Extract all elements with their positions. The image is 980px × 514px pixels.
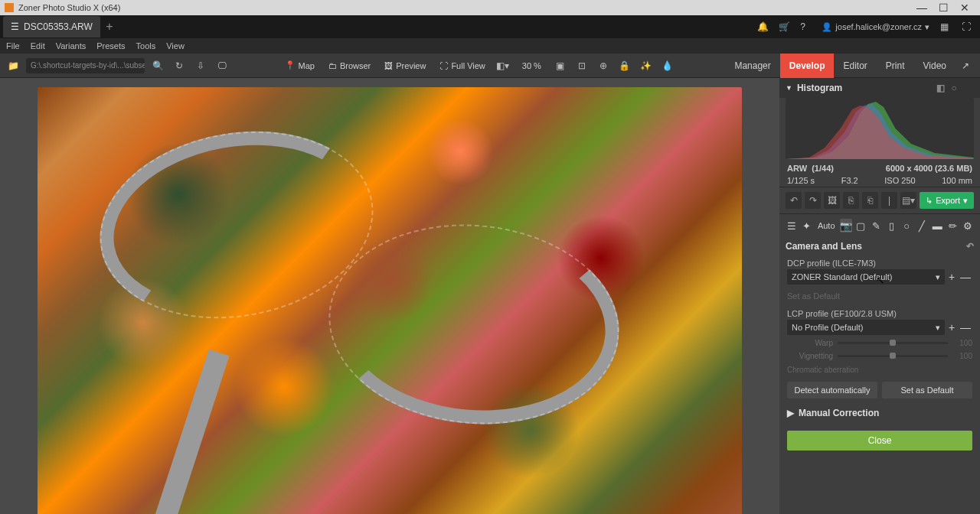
fullscreen-icon[interactable]: ⛶	[962, 21, 972, 32]
search-icon[interactable]: 🔍	[149, 57, 166, 74]
tab-filename: DSC05353.ARW	[24, 21, 93, 32]
map-view-button[interactable]: 📍Map	[280, 57, 319, 74]
lcp-profile-dropdown[interactable]: No Profile (Default) ▾	[787, 320, 945, 335]
dcp-profile-dropdown[interactable]: ZONER Standard (Default) ▾	[787, 269, 945, 285]
redo-icon[interactable]: ↷	[805, 192, 821, 209]
user-icon: 👤	[822, 22, 832, 32]
help-icon[interactable]: ?	[800, 21, 811, 32]
mode-editor[interactable]: Editor	[834, 54, 876, 78]
refresh-icon[interactable]: ↻	[171, 57, 188, 74]
quick-actions: ↶ ↷ 🖼 ⎘ ⎗ | ▤▾ ↳ Export ▾	[779, 187, 980, 214]
brush-icon[interactable]: ╱	[916, 219, 928, 233]
gear-icon[interactable]: ⚙	[962, 219, 974, 233]
document-tabbar: ☰ DSC05353.ARW + 🔔 🛒 ? 👤 josef.halicek@z…	[0, 15, 980, 38]
zoom-level[interactable]: 30 %	[516, 61, 547, 70]
camera-icon[interactable]: 📷	[840, 219, 852, 233]
cart-icon[interactable]: 🛒	[779, 21, 789, 32]
import-icon[interactable]: ⇩	[192, 57, 209, 74]
close-button[interactable]: Close	[787, 431, 972, 451]
eyedrop-icon[interactable]: 💧	[659, 57, 676, 74]
external-icon[interactable]: ↗	[956, 60, 975, 71]
histogram-header[interactable]: ▼ Histogram ◧ ○	[779, 78, 980, 98]
straighten-icon[interactable]: ▯	[885, 219, 897, 233]
paste-icon[interactable]: ⎗	[862, 192, 878, 209]
mode-video[interactable]: Video	[914, 54, 956, 78]
zoom-icon[interactable]: ⊕	[595, 57, 612, 74]
preset-icon[interactable]: ▤▾	[900, 192, 916, 209]
crop-icon[interactable]: ▢	[855, 219, 867, 233]
image-viewport[interactable]	[0, 78, 779, 514]
dcp-remove-button[interactable]: —	[959, 271, 972, 283]
minimize-button[interactable]: —	[911, 2, 933, 14]
vignetting-slider[interactable]: Vignetting 100	[779, 350, 980, 363]
dcp-label: DCP profile (ILCE-7M3)	[779, 255, 980, 268]
menu-view[interactable]: View	[166, 41, 185, 50]
screen-icon[interactable]: 🖵	[214, 57, 230, 74]
dcp-add-button[interactable]: +	[945, 271, 959, 283]
highlight-clip-icon[interactable]: ◧	[934, 83, 946, 93]
magic-icon[interactable]: ✦	[801, 219, 813, 233]
set-default-button[interactable]: Set as Default	[882, 382, 972, 399]
mode-switcher: Manager Develop Editor Print Video ↗	[725, 54, 975, 77]
bell-icon[interactable]: 🔔	[757, 21, 768, 32]
adjustments-icon[interactable]: ☰	[786, 219, 798, 233]
revert-icon[interactable]: ↶	[966, 241, 974, 252]
warp-slider[interactable]: Warp 100	[779, 337, 980, 350]
shutter-speed: 1/125 s	[787, 176, 815, 185]
onetoone-icon[interactable]: ⊡	[573, 57, 590, 74]
menu-tools[interactable]: Tools	[136, 41, 156, 50]
folder-icon[interactable]: 📁	[5, 57, 21, 74]
undo-icon[interactable]: ↶	[786, 192, 802, 209]
mode-develop[interactable]: Develop	[780, 54, 835, 78]
auto-button[interactable]: Auto	[818, 221, 835, 230]
develop-panel: ▼ Histogram ◧ ○ ARW (1/44) 6000 x 4000 (…	[779, 78, 980, 514]
histogram-chart	[786, 98, 974, 159]
fit-icon[interactable]: ▣	[552, 57, 569, 74]
divider-icon: |	[881, 192, 897, 209]
compare-icon[interactable]: ◧▾	[495, 57, 511, 74]
export-button[interactable]: ↳ Export ▾	[920, 192, 974, 209]
circle-icon[interactable]: ○	[900, 219, 913, 233]
retouch-icon[interactable]: ✎	[870, 219, 882, 233]
copy-icon[interactable]: ⎘	[843, 192, 859, 209]
app-title: Zoner Photo Studio X (x64)	[18, 3, 120, 12]
chevron-down-icon: ▾	[963, 196, 968, 206]
file-format: ARW	[787, 164, 807, 173]
pencil-icon[interactable]: ✏	[946, 219, 959, 233]
browser-view-button[interactable]: 🗀Browser	[324, 57, 375, 74]
preview-view-button[interactable]: 🖼Preview	[380, 57, 430, 74]
gradient2-icon[interactable]: ▬	[931, 219, 943, 233]
manual-correction-header[interactable]: ▶ Manual Correction	[779, 403, 980, 423]
path-text: G:\.shortcut-targets-by-id\...\subset	[31, 61, 145, 70]
lcp-add-button[interactable]: +	[945, 321, 959, 333]
maximize-button[interactable]: ☐	[933, 2, 954, 14]
lock-icon[interactable]: 🔒	[616, 57, 633, 74]
account-menu[interactable]: 👤 josef.halicek@zoner.cz ▾	[822, 22, 929, 32]
chevron-down-icon: ▾	[925, 22, 929, 32]
path-input[interactable]: G:\.shortcut-targets-by-id\...\subset	[26, 58, 145, 73]
document-tab[interactable]: ☰ DSC05353.ARW	[3, 16, 100, 37]
chromatic-checkbox[interactable]: Chromatic aberration	[779, 363, 980, 377]
dcp-set-default[interactable]: Set as Default	[787, 289, 972, 303]
compare-icon2[interactable]: 🖼	[824, 192, 840, 209]
wand-icon[interactable]: ✨	[638, 57, 655, 74]
lcp-remove-button[interactable]: —	[959, 321, 972, 333]
shadow-clip-icon[interactable]: ○	[948, 83, 960, 93]
menu-variants[interactable]: Variants	[56, 41, 87, 50]
close-window-button[interactable]: ✕	[954, 2, 975, 14]
new-tab-button[interactable]: +	[100, 20, 119, 34]
menu-presets[interactable]: Presets	[96, 41, 125, 50]
menu-file[interactable]: File	[6, 41, 20, 50]
mode-print[interactable]: Print	[877, 54, 914, 78]
sliders-icon: ☰	[11, 21, 19, 32]
pin-icon: 📍	[285, 60, 296, 70]
image-icon: 🖼	[384, 61, 393, 70]
fullview-button[interactable]: ⛶Full View	[435, 57, 489, 74]
mode-manager[interactable]: Manager	[725, 54, 779, 78]
detect-auto-button[interactable]: Detect automatically	[787, 382, 877, 399]
lcp-label: LCP profile (EF100/2.8 USM)	[779, 306, 980, 318]
grid-icon[interactable]: ▦	[940, 21, 951, 32]
caret-down-icon: ▼	[786, 84, 792, 92]
menu-edit[interactable]: Edit	[31, 41, 45, 50]
focal-length: 100 mm	[942, 176, 972, 185]
